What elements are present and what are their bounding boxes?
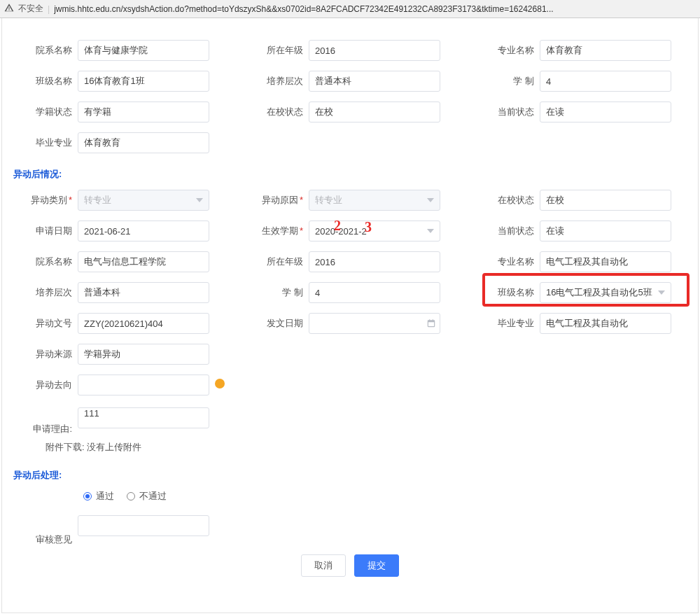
- major-input[interactable]: [540, 40, 671, 61]
- status-input[interactable]: [78, 102, 209, 122]
- field-dest: 异动去向: [2, 370, 233, 400]
- opinion-textarea[interactable]: [78, 515, 209, 536]
- class-input[interactable]: [78, 71, 209, 92]
- field-years: 学 制: [464, 66, 688, 97]
- after-inschool-input[interactable]: [540, 190, 671, 211]
- field-after-inschool: 在校状态: [464, 185, 688, 216]
- field-status: 学籍状态: [2, 97, 233, 127]
- approval-radio-group: 通过 不通过: [2, 486, 698, 507]
- field-gradmajor: 毕业专业: [2, 127, 233, 158]
- gradmajor-input[interactable]: [78, 132, 209, 153]
- field-class: 班级名称: [2, 66, 233, 97]
- dept-input[interactable]: [78, 40, 209, 61]
- field-after-major: 专业名称: [464, 246, 688, 277]
- type-select: 转专业: [78, 190, 209, 211]
- radio-nopass[interactable]: [127, 492, 135, 500]
- address-bar: 不安全 | jwmis.hhtc.edu.cn/xsydshAction.do?…: [0, 0, 700, 18]
- submit-button[interactable]: 提交: [354, 554, 399, 577]
- applyreason-textarea[interactable]: [78, 407, 209, 428]
- field-after-gradmajor: 毕业专业: [464, 308, 688, 339]
- after-dept-input[interactable]: [78, 251, 209, 272]
- after-class-select[interactable]: 16电气工程及其自动化5班: [540, 282, 671, 303]
- process-section-title: 异动后处理:: [2, 459, 698, 486]
- warning-icon: [215, 379, 225, 388]
- grade-input[interactable]: [309, 40, 440, 61]
- field-docdate: 发文日期: [233, 308, 464, 339]
- after-major-input[interactable]: [540, 251, 671, 272]
- field-after-current: 当前状态: [464, 216, 688, 246]
- field-after-level: 培养层次: [2, 277, 233, 308]
- field-applydate: 申请日期: [2, 216, 233, 246]
- chevron-down-icon: [658, 290, 665, 295]
- reason-select: 转专业: [309, 190, 440, 211]
- field-source: 异动来源: [2, 339, 233, 370]
- field-inschool: 在校状态: [233, 97, 464, 127]
- radio-pass-label: 通过: [96, 490, 114, 503]
- field-grade: 所在年级: [233, 35, 464, 66]
- applydate-input[interactable]: [78, 220, 209, 241]
- field-after-dept: 院系名称: [2, 246, 233, 277]
- chevron-down-icon: [427, 198, 434, 202]
- current-input[interactable]: [540, 102, 671, 122]
- field-level: 培养层次: [233, 66, 464, 97]
- dest-input[interactable]: [78, 374, 209, 396]
- opinion-label: 审核意见: [2, 515, 78, 546]
- field-term: 生效学期* 2020-2021-2 2 3: [233, 216, 464, 246]
- field-after-grade: 所在年级: [233, 246, 464, 277]
- warning-triangle-icon: [4, 3, 14, 15]
- after-level-input[interactable]: [78, 282, 209, 303]
- chevron-down-icon: [196, 198, 203, 202]
- field-reason: 异动原因* 转专业: [233, 185, 464, 216]
- applyreason-label: 申请理由:: [2, 407, 78, 435]
- docnum-input[interactable]: [78, 313, 209, 334]
- after-section-title: 异动后情况:: [2, 158, 698, 185]
- field-type: 异动类别* 转专业: [2, 185, 233, 216]
- page-container: 院系名称 所在年级 专业名称 班级名称 培养层次 学 制 学籍状态 在校状: [1, 18, 699, 613]
- radio-nopass-label: 不通过: [139, 490, 167, 503]
- docdate-input[interactable]: [309, 313, 440, 334]
- years-input[interactable]: [540, 71, 671, 92]
- after-grade-input[interactable]: [309, 251, 440, 272]
- field-major: 专业名称: [464, 35, 688, 66]
- source-input[interactable]: [78, 344, 209, 365]
- after-gradmajor-input[interactable]: [540, 313, 671, 334]
- insecure-label: 不安全: [18, 3, 43, 15]
- field-after-years: 学 制: [233, 277, 464, 308]
- url-text: jwmis.hhtc.edu.cn/xsydshAction.do?method…: [54, 4, 696, 14]
- after-current-input[interactable]: [540, 220, 671, 241]
- field-docnum: 异动文号: [2, 308, 233, 339]
- field-current: 当前状态: [464, 97, 688, 127]
- attach-row: 附件下载: 没有上传附件: [2, 435, 698, 459]
- cancel-button[interactable]: 取消: [301, 554, 346, 577]
- term-select[interactable]: 2020-2021-2: [309, 220, 440, 241]
- after-years-input[interactable]: [309, 282, 440, 303]
- radio-pass[interactable]: [83, 492, 92, 500]
- level-input[interactable]: [309, 71, 440, 92]
- field-after-class: 班级名称 16电气工程及其自动化5班: [464, 277, 688, 308]
- chevron-down-icon: [427, 229, 434, 233]
- inschool-input[interactable]: [309, 102, 440, 122]
- field-dept: 院系名称: [2, 35, 233, 66]
